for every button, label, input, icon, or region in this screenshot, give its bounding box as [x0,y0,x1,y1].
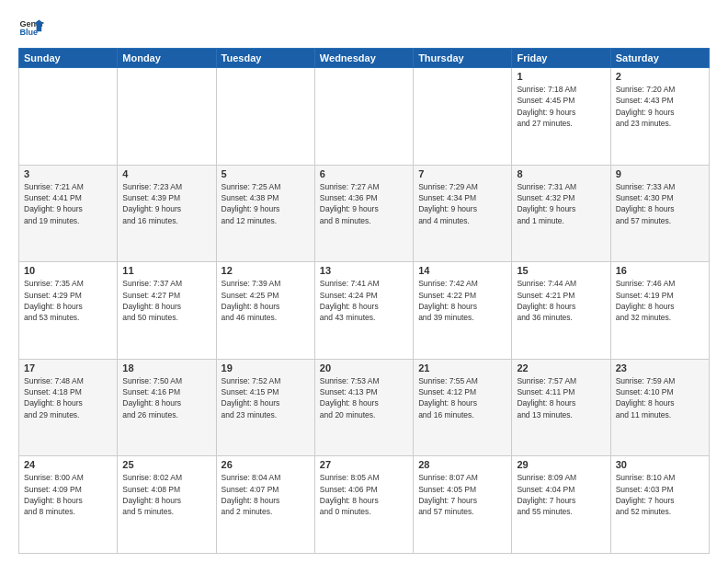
day-info: Sunrise: 7:37 AMSunset: 4:27 PMDaylight:… [122,278,210,323]
day-number: 4 [122,168,210,179]
day-info: Sunrise: 7:20 AMSunset: 4:43 PMDaylight:… [616,84,704,129]
calendar-cell: 25Sunrise: 8:02 AMSunset: 4:08 PMDayligh… [118,456,216,554]
weekday-tuesday: Tuesday [216,49,314,68]
logo: General Blue [18,15,44,40]
day-number: 3 [24,168,112,179]
day-info: Sunrise: 7:42 AMSunset: 4:22 PMDaylight:… [418,278,506,323]
calendar-cell: 4Sunrise: 7:23 AMSunset: 4:39 PMDaylight… [118,165,216,262]
calendar-cell: 22Sunrise: 7:57 AMSunset: 4:11 PMDayligh… [512,359,610,456]
calendar-cell: 23Sunrise: 7:59 AMSunset: 4:10 PMDayligh… [610,359,709,456]
calendar-cell: 15Sunrise: 7:44 AMSunset: 4:21 PMDayligh… [512,262,610,360]
week-row-3: 10Sunrise: 7:35 AMSunset: 4:29 PMDayligh… [19,262,710,360]
calendar-cell: 28Sunrise: 8:07 AMSunset: 4:05 PMDayligh… [414,456,512,554]
day-number: 16 [616,265,704,276]
day-info: Sunrise: 7:53 AMSunset: 4:13 PMDaylight:… [320,375,408,420]
day-info: Sunrise: 7:31 AMSunset: 4:32 PMDaylight:… [517,181,605,226]
day-info: Sunrise: 8:04 AMSunset: 4:07 PMDaylight:… [222,472,310,517]
day-number: 10 [24,265,112,276]
day-number: 23 [616,362,704,373]
day-info: Sunrise: 8:10 AMSunset: 4:03 PMDaylight:… [616,472,704,517]
day-number: 15 [517,265,605,276]
day-number: 8 [517,168,605,179]
calendar-cell [118,68,216,166]
day-number: 28 [418,459,506,470]
day-number: 5 [222,168,310,179]
day-number: 24 [24,459,112,470]
week-row-5: 24Sunrise: 8:00 AMSunset: 4:09 PMDayligh… [19,456,710,554]
page: General Blue SundayMondayTuesdayWednesda… [0,0,728,563]
weekday-header-row: SundayMondayTuesdayWednesdayThursdayFrid… [19,49,710,68]
calendar-cell [314,68,413,166]
day-info: Sunrise: 7:29 AMSunset: 4:34 PMDaylight:… [418,181,506,226]
calendar-cell: 26Sunrise: 8:04 AMSunset: 4:07 PMDayligh… [216,456,314,554]
calendar-cell: 7Sunrise: 7:29 AMSunset: 4:34 PMDaylight… [414,165,512,262]
day-info: Sunrise: 8:00 AMSunset: 4:09 PMDaylight:… [24,472,112,517]
day-info: Sunrise: 7:33 AMSunset: 4:30 PMDaylight:… [616,181,704,226]
calendar-cell: 16Sunrise: 7:46 AMSunset: 4:19 PMDayligh… [610,262,709,360]
day-number: 1 [517,71,605,82]
day-info: Sunrise: 7:44 AMSunset: 4:21 PMDaylight:… [517,278,605,323]
day-info: Sunrise: 7:46 AMSunset: 4:19 PMDaylight:… [616,278,704,323]
day-info: Sunrise: 7:55 AMSunset: 4:12 PMDaylight:… [418,375,506,420]
calendar-table: SundayMondayTuesdayWednesdayThursdayFrid… [18,48,710,554]
day-number: 6 [320,168,408,179]
calendar-cell [19,68,118,166]
weekday-sunday: Sunday [19,49,118,68]
day-number: 11 [122,265,210,276]
week-row-4: 17Sunrise: 7:48 AMSunset: 4:18 PMDayligh… [19,359,710,456]
calendar-cell: 18Sunrise: 7:50 AMSunset: 4:16 PMDayligh… [118,359,216,456]
day-info: Sunrise: 8:02 AMSunset: 4:08 PMDaylight:… [122,472,210,517]
day-number: 12 [222,265,310,276]
day-info: Sunrise: 7:52 AMSunset: 4:15 PMDaylight:… [222,375,310,420]
calendar-cell: 2Sunrise: 7:20 AMSunset: 4:43 PMDaylight… [610,68,709,166]
day-info: Sunrise: 7:41 AMSunset: 4:24 PMDaylight:… [320,278,408,323]
day-number: 18 [122,362,210,373]
weekday-friday: Friday [512,49,610,68]
day-number: 20 [320,362,408,373]
day-number: 26 [222,459,310,470]
day-info: Sunrise: 8:09 AMSunset: 4:04 PMDaylight:… [517,472,605,517]
calendar-cell: 29Sunrise: 8:09 AMSunset: 4:04 PMDayligh… [512,456,610,554]
calendar-cell: 1Sunrise: 7:18 AMSunset: 4:45 PMDaylight… [512,68,610,166]
day-number: 2 [616,71,704,82]
calendar-cell: 8Sunrise: 7:31 AMSunset: 4:32 PMDaylight… [512,165,610,262]
day-number: 13 [320,265,408,276]
day-number: 21 [418,362,506,373]
day-number: 25 [122,459,210,470]
calendar-cell: 14Sunrise: 7:42 AMSunset: 4:22 PMDayligh… [414,262,512,360]
day-number: 19 [222,362,310,373]
day-number: 14 [418,265,506,276]
logo-icon: General Blue [18,15,44,40]
calendar-cell [216,68,314,166]
calendar-cell: 20Sunrise: 7:53 AMSunset: 4:13 PMDayligh… [314,359,413,456]
day-number: 9 [616,168,704,179]
calendar-cell [414,68,512,166]
day-number: 22 [517,362,605,373]
day-number: 17 [24,362,112,373]
calendar-cell: 12Sunrise: 7:39 AMSunset: 4:25 PMDayligh… [216,262,314,360]
week-row-1: 1Sunrise: 7:18 AMSunset: 4:45 PMDaylight… [19,68,710,166]
weekday-saturday: Saturday [610,49,709,68]
day-info: Sunrise: 7:35 AMSunset: 4:29 PMDaylight:… [24,278,112,323]
day-info: Sunrise: 8:05 AMSunset: 4:06 PMDaylight:… [320,472,408,517]
calendar-cell: 11Sunrise: 7:37 AMSunset: 4:27 PMDayligh… [118,262,216,360]
calendar-cell: 5Sunrise: 7:25 AMSunset: 4:38 PMDaylight… [216,165,314,262]
calendar-cell: 6Sunrise: 7:27 AMSunset: 4:36 PMDaylight… [314,165,413,262]
calendar-cell: 27Sunrise: 8:05 AMSunset: 4:06 PMDayligh… [314,456,413,554]
calendar-cell: 17Sunrise: 7:48 AMSunset: 4:18 PMDayligh… [19,359,118,456]
day-number: 30 [616,459,704,470]
week-row-2: 3Sunrise: 7:21 AMSunset: 4:41 PMDaylight… [19,165,710,262]
day-info: Sunrise: 7:21 AMSunset: 4:41 PMDaylight:… [24,181,112,226]
weekday-wednesday: Wednesday [314,49,413,68]
calendar-cell: 19Sunrise: 7:52 AMSunset: 4:15 PMDayligh… [216,359,314,456]
day-info: Sunrise: 7:23 AMSunset: 4:39 PMDaylight:… [122,181,210,226]
calendar-cell: 10Sunrise: 7:35 AMSunset: 4:29 PMDayligh… [19,262,118,360]
calendar-cell: 24Sunrise: 8:00 AMSunset: 4:09 PMDayligh… [19,456,118,554]
svg-text:Blue: Blue [19,28,38,37]
weekday-thursday: Thursday [414,49,512,68]
calendar-cell: 13Sunrise: 7:41 AMSunset: 4:24 PMDayligh… [314,262,413,360]
day-info: Sunrise: 7:48 AMSunset: 4:18 PMDaylight:… [24,375,112,420]
day-number: 7 [418,168,506,179]
day-number: 27 [320,459,408,470]
day-info: Sunrise: 7:25 AMSunset: 4:38 PMDaylight:… [222,181,310,226]
